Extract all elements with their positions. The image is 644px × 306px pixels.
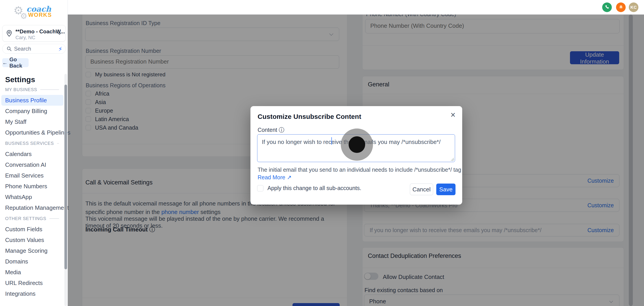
- apply-all-label: Apply this change to all sub-accounts.: [268, 185, 361, 191]
- quick-actions-bolt-icon[interactable]: ⚡: [58, 46, 62, 53]
- sidebar-section-header: BUSINESS SERVICES: [0, 138, 65, 149]
- sidebar-section-header: OTHER SETTINGS: [0, 213, 65, 224]
- sidebar-search: ⚡: [2, 44, 66, 54]
- user-avatar[interactable]: KC: [629, 3, 638, 12]
- phone-call-icon[interactable]: [602, 3, 612, 12]
- resize-handle-icon[interactable]: [450, 157, 454, 161]
- sidebar-item-domains[interactable]: Domains: [1, 256, 64, 267]
- sidebar-item-calendars[interactable]: Calendars: [1, 149, 64, 159]
- chevron-down-icon: [57, 31, 62, 36]
- back-arrow-icon: ←: [2, 60, 8, 66]
- sidebar-menu: MY BUSINESSBusiness ProfileCompany Billi…: [0, 84, 65, 299]
- sidebar-item-conversation-ai[interactable]: Conversation AI: [1, 159, 64, 170]
- notifications-button[interactable]: [616, 3, 626, 12]
- sidebar-item-media[interactable]: Media: [1, 267, 64, 277]
- sidebar-item-company-billing[interactable]: Company Billing: [1, 106, 64, 116]
- sidebar-item-phone-numbers[interactable]: Phone Numbers: [1, 181, 64, 192]
- sidebar-section-header: MY BUSINESS: [0, 84, 65, 95]
- sidebar-item-custom-values[interactable]: Custom Values: [1, 235, 64, 245]
- bell-icon: [618, 5, 624, 10]
- settings-page-title: Settings: [5, 75, 35, 84]
- cancel-button[interactable]: Cancel: [410, 184, 433, 195]
- close-icon[interactable]: ×: [450, 111, 456, 119]
- sidebar-item-reputation-management[interactable]: Reputation Management: [1, 202, 64, 213]
- sidebar-item-email-services[interactable]: Email Services: [1, 170, 64, 181]
- modal-title: Customize Unsubscribe Content: [258, 113, 361, 120]
- info-icon[interactable]: ⓘ: [279, 127, 284, 133]
- cursor-dot: [348, 136, 365, 153]
- go-back-label: Go Back: [10, 56, 28, 69]
- content-label: Content ⓘ: [258, 126, 284, 134]
- sidebar-item-my-staff[interactable]: My Staff: [1, 116, 64, 127]
- apply-all-row: Apply this change to all sub-accounts.: [257, 185, 361, 191]
- save-button[interactable]: Save: [436, 184, 456, 195]
- sidebar-item-manage-scoring[interactable]: Manage Scoring: [1, 245, 64, 256]
- app-window: KC ⚙ ⚙ coach WORKS **Demo - CoachW... Ca…: [0, 0, 644, 306]
- logo-word-works: WORKS: [28, 12, 52, 18]
- sidebar-item-url-redirects[interactable]: URL Redirects: [1, 277, 64, 288]
- go-back-button[interactable]: ← Go Back: [2, 58, 28, 67]
- top-header-bar: KC: [0, 0, 644, 15]
- text-caret: [332, 137, 332, 145]
- location-city: Cary, NC: [16, 35, 35, 41]
- coachworks-logo: ⚙ ⚙ coach WORKS: [14, 3, 56, 19]
- modal-helper-text: The initial email that you send to an in…: [258, 167, 461, 173]
- phone-icon: [604, 5, 610, 10]
- location-switcher[interactable]: **Demo - CoachW... Cary, NC: [2, 25, 66, 42]
- search-input[interactable]: [14, 45, 54, 53]
- sidebar-item-opportunities-pipelines[interactable]: Opportunities & Pipelines: [1, 127, 64, 138]
- read-more-link[interactable]: Read More ↗: [258, 174, 292, 181]
- apply-all-checkbox[interactable]: [257, 185, 264, 191]
- search-icon: [6, 46, 12, 52]
- sidebar-scrollbar-thumb[interactable]: [64, 85, 67, 269]
- sidebar-item-whatsapp[interactable]: WhatsApp: [1, 192, 64, 202]
- external-arrow-icon: ↗: [287, 174, 292, 180]
- sidebar-item-integrations[interactable]: Integrations: [1, 288, 64, 299]
- sidebar-item-custom-fields[interactable]: Custom Fields: [1, 224, 64, 235]
- location-pin-icon: [6, 30, 13, 37]
- sidebar: ⚙ ⚙ coach WORKS **Demo - CoachW... Cary,…: [0, 0, 68, 306]
- sidebar-item-business-profile[interactable]: Business Profile: [1, 95, 64, 106]
